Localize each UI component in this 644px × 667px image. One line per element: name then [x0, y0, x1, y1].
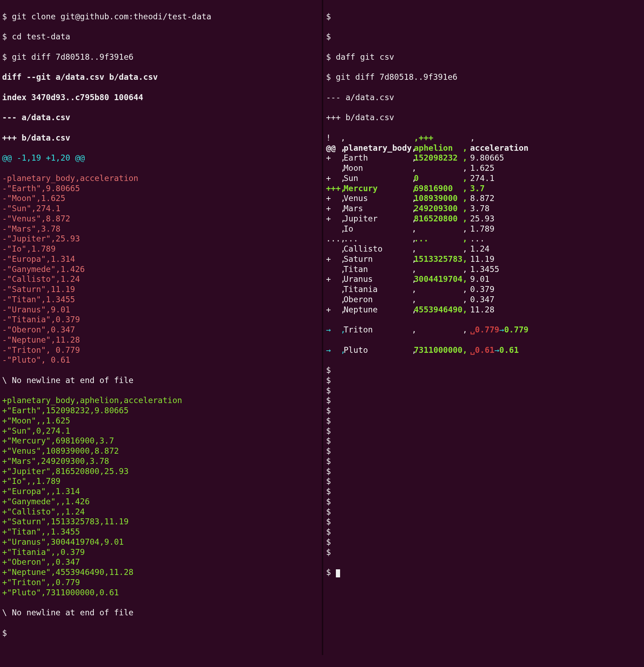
shell-prompt[interactable]: $	[326, 537, 642, 547]
diff-added-block: +planetary_body,aphelion,acceleration+"E…	[2, 395, 320, 597]
daff-cell: + ,	[326, 214, 344, 224]
daff-cell: aphelion ,	[414, 143, 470, 153]
daff-cell: ,	[414, 284, 470, 294]
diff-added-line: +"Titan",,1.3455	[2, 527, 320, 537]
shell-prompt[interactable]: $	[326, 365, 642, 375]
diff-added-line: +planetary_body,aphelion,acceleration	[2, 395, 320, 406]
diff-removed-line: -"Triton", 0.779	[2, 345, 320, 355]
daff-cell: Uranus ,	[344, 274, 414, 284]
daff-cell: planetary_body,	[344, 143, 414, 153]
diff-header-files: diff --git a/data.csv b/data.csv	[2, 72, 320, 82]
daff-cell: 1.3455	[470, 264, 499, 274]
diff-removed-line: -"Pluto", 0.61	[2, 355, 320, 365]
diff-hunk: @@ -1,19 +1,20 @@	[2, 153, 320, 163]
daff-cell: 3.7	[470, 183, 485, 194]
daff-row: ,Moon , ,1.625	[326, 163, 642, 173]
shell-prompt[interactable]: $	[326, 497, 642, 507]
daff-row: + ,Sun ,0 ,274.1	[326, 173, 642, 183]
shell-prompt[interactable]: $	[326, 416, 642, 426]
daff-cell: ,+++	[414, 133, 470, 143]
daff-cell: 0.347	[470, 294, 494, 305]
daff-cell: + ,	[326, 203, 344, 214]
diff-removed-line: -planetary_body,acceleration	[2, 173, 320, 183]
daff-row: + ,Earth ,152098232 ,9.80665	[326, 153, 642, 163]
daff-cell: Callisto ,	[344, 244, 414, 254]
cmd-daff: $ daff git csv	[326, 52, 642, 62]
shell-prompt[interactable]: $	[326, 476, 642, 486]
daff-cell: 8.872	[470, 193, 494, 203]
diff-added-line: +"Callisto",,1.24	[2, 507, 320, 517]
diff-removed-line: -"Venus",8.872	[2, 214, 320, 224]
daff-cell: 3.78	[470, 203, 489, 214]
shell-prompt[interactable]: $	[326, 12, 642, 22]
cursor-icon	[336, 569, 340, 577]
daff-row: +++,Mercury ,69816900 ,3.7	[326, 183, 642, 194]
daff-cell: Mercury ,	[344, 183, 414, 194]
daff-row: + ,Uranus ,3004419704,9.01	[326, 274, 642, 284]
terminal-left-pane[interactable]: $ git clone git@github.com:theodi/test-d…	[0, 0, 323, 655]
diff-added-line: +"Jupiter",816520800,25.93	[2, 466, 320, 477]
shell-prompt[interactable]: $	[326, 406, 642, 416]
no-newline-1: \ No newline at end of file	[2, 375, 320, 386]
daff-cell: 0 ,	[414, 173, 470, 183]
daff-cell: 1.625	[470, 163, 494, 173]
daff-cell: +++,	[326, 183, 344, 194]
cmd-cd: $ cd test-data	[2, 32, 320, 42]
daff-cell: @@ ,	[326, 143, 344, 153]
diff-removed-line: -"Neptune",11.28	[2, 335, 320, 345]
diff-added-line: +"Europa",,1.314	[2, 486, 320, 497]
daff-cell: 9.80665	[470, 153, 504, 163]
shell-prompt[interactable]: $	[326, 446, 642, 456]
terminal-right-pane[interactable]: $ $ $ daff git csv $ git diff 7d80518..9…	[323, 0, 644, 655]
daff-cell: 4553946490,	[414, 305, 470, 315]
daff-row: ! ,,+++,	[326, 133, 642, 143]
shell-prompt[interactable]: $	[326, 386, 642, 396]
diff-header-minus: --- a/data.csv	[2, 112, 320, 123]
cmd-git-clone: $ git clone git@github.com:theodi/test-d…	[2, 12, 320, 22]
daff-cell: ,	[414, 264, 470, 274]
shell-prompt[interactable]: $	[326, 517, 642, 527]
diff-removed-line: -"Callisto",1.24	[2, 274, 320, 284]
shell-prompt[interactable]: $	[326, 527, 642, 537]
diff-removed-line: -"Saturn",11.19	[2, 284, 320, 294]
shell-prompt[interactable]: $	[2, 628, 320, 638]
shell-prompt[interactable]: $	[326, 436, 642, 446]
daff-cell: 1513325783,	[414, 254, 470, 264]
daff-cell: 25.93	[470, 214, 494, 224]
shell-prompt[interactable]: $	[326, 395, 642, 406]
daff-cell: ,	[414, 244, 470, 254]
shell-prompt[interactable]: $	[326, 32, 642, 42]
diff-header-index: index 3470d93..c795b80 100644	[2, 92, 320, 103]
daff-cell: ,	[470, 133, 475, 143]
daff-row: ,Titan , ,1.3455	[326, 264, 642, 274]
shell-prompt[interactable]: $	[326, 456, 642, 466]
daff-cell: Moon ,	[344, 163, 414, 173]
diff-added-line: +"Titania",,0.379	[2, 547, 320, 557]
daff-cell: Sun ,	[344, 173, 414, 183]
daff-cell: Venus ,	[344, 193, 414, 203]
diff-added-line: +"Uranus",3004419704,9.01	[2, 537, 320, 547]
diff-added-line: +"Neptune",4553946490,11.28	[2, 567, 320, 577]
daff-cell: + ,	[326, 193, 344, 203]
diff-removed-line: -"Earth",9.80665	[2, 183, 320, 194]
diff-added-line: +"Io",,1.789	[2, 476, 320, 486]
diff-removed-line: -"Titan",1.3455	[2, 294, 320, 305]
daff-cell: 249209300 ,	[414, 203, 470, 214]
shell-prompt[interactable]: $	[326, 375, 642, 386]
shell-prompt[interactable]: $	[326, 547, 642, 557]
shell-prompt[interactable]: $	[326, 466, 642, 477]
diff-header-plus: +++ b/data.csv	[2, 133, 320, 143]
daff-cell: Earth ,	[344, 153, 414, 163]
daff-cell: Mars ,	[344, 203, 414, 214]
diff-removed-block: -planetary_body,acceleration-"Earth",9.8…	[2, 173, 320, 365]
shell-prompt-active[interactable]: $	[326, 567, 642, 577]
diff-added-line: +"Mars",249209300,3.78	[2, 456, 320, 466]
daff-row-triton: → ,Triton , ,␣0.779→0.779	[326, 325, 642, 335]
daff-cell: 1.789	[470, 224, 494, 234]
shell-prompt[interactable]: $	[326, 426, 642, 436]
shell-prompt[interactable]: $	[326, 486, 642, 497]
shell-prompt[interactable]: $	[326, 507, 642, 517]
daff-cell: Saturn ,	[344, 254, 414, 264]
diff-removed-line: -"Ganymede",1.426	[2, 264, 320, 274]
diff-header-plus: +++ b/data.csv	[326, 112, 642, 123]
